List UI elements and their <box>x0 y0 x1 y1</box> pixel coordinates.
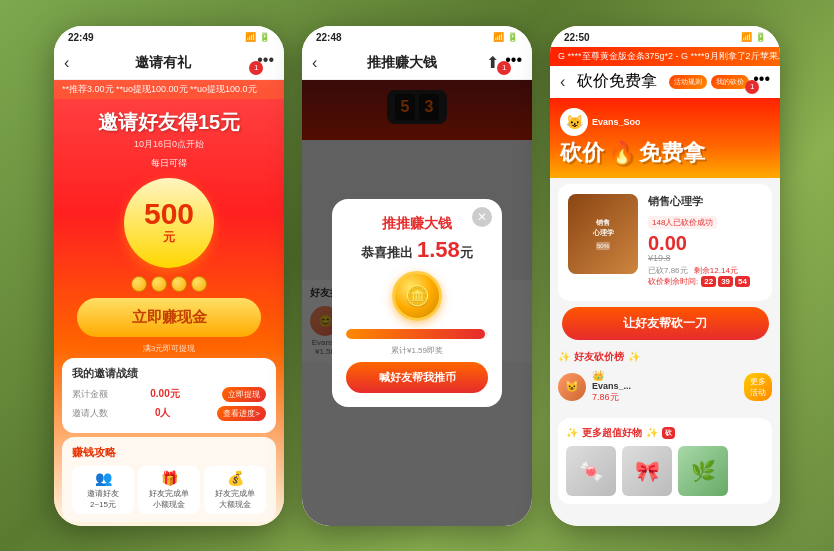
amount-number: 500 <box>144 199 194 229</box>
coins-decoration <box>54 276 284 292</box>
invite-subtitle: 10月16日0点开始 <box>64 138 274 151</box>
time-2: 22:48 <box>316 32 342 43</box>
my-price-button[interactable]: 我的砍价 <box>711 75 749 89</box>
time-3: 22:50 <box>564 32 590 43</box>
tip-icon-3: 💰 <box>206 470 264 486</box>
stats-value-2: 0人 <box>155 406 171 420</box>
tip-item-2: 🎁 好友完成单小额现金 <box>138 466 200 514</box>
chop-sub-title: 免费拿 <box>639 138 705 168</box>
modal-subtitle: 恭喜推出 1.58元 <box>346 237 488 263</box>
nav-bar-2: ‹ 推推赚大钱 ⬆ ••• 1 <box>302 47 532 80</box>
product-info: 销售心理学 148人已砍价成功 0.00 ¥19.8 已砍7.86元 剩余12.… <box>648 194 762 291</box>
daily-label: 每日可得 <box>54 157 284 170</box>
phone3-content: 😺 Evans_Soo 砍价 🔥 免费拿 销售 心理学 50% 销售心理学 14… <box>550 98 780 526</box>
chop-invite-button[interactable]: 让好友帮砍一刀 <box>562 307 769 340</box>
small-product-2[interactable]: 🎀 <box>622 446 672 496</box>
phone1-content: **推荐3.00元 **uo提现100.00元 **uo提现100.0元 邀请好… <box>54 80 284 526</box>
status-icons-3: 📶 🔋 <box>741 32 766 42</box>
withdraw-button[interactable]: 立即提现 <box>222 387 266 402</box>
tips-section: 赚钱攻略 👥 邀请好友2~15元 🎁 好友完成单小额现金 💰 好友完成单大额现金 <box>62 437 276 522</box>
lb-amount-1: 7.86元 <box>592 391 631 404</box>
marquee-bar-1: **推荐3.00元 **uo提现100.00元 **uo提现100.0元 <box>54 80 284 99</box>
fire-emoji: 🔥 <box>608 140 635 166</box>
lb-crown-1: 👑 <box>592 370 631 381</box>
status-bar-1: 22:49 📶 🔋 <box>54 26 284 47</box>
nav-right-1: ••• 1 <box>257 51 274 75</box>
nav-bar-1: ‹ 邀请有礼 ••• 1 <box>54 47 284 80</box>
more-items-title: ✨ 更多超值好物 ✨ 砍 <box>566 426 764 440</box>
back-button-2[interactable]: ‹ <box>312 54 317 72</box>
page-title-3: 砍价免费拿 <box>577 71 657 92</box>
phone2-content: 5 3 ✕ 推推赚大钱 恭喜推出 1.58元 🪙 累计¥1.59即奖 喊好友帮我… <box>302 80 532 526</box>
more-activity-button[interactable]: 更多活动 <box>744 373 772 401</box>
savings-info: 已砍7.86元 剩余12.14元 <box>648 265 762 276</box>
product-image: 销售 心理学 50% <box>568 194 638 274</box>
small-product-1[interactable]: 🍬 <box>566 446 616 496</box>
tip-icon-1: 👥 <box>74 470 132 486</box>
menu-dots-2[interactable]: ••• <box>505 51 522 68</box>
user-avatar-3: 😺 <box>560 108 588 136</box>
invite-title: 邀请好友得15元 <box>64 109 274 136</box>
remaining-label: 剩余12.14元 <box>694 266 738 275</box>
lb-item-1: 😺 👑 Evans_... 7.86元 更多活动 <box>558 370 772 404</box>
product-original-price: ¥19.8 <box>648 253 762 263</box>
tip-item-1: 👥 邀请好友2~15元 <box>72 466 134 514</box>
invite-push-button[interactable]: 喊好友帮我推币 <box>346 362 488 393</box>
back-button-1[interactable]: ‹ <box>64 54 69 72</box>
phone-push: 22:48 📶 🔋 ‹ 推推赚大钱 ⬆ ••• 1 5 3 <box>302 26 532 526</box>
modal-close-button[interactable]: ✕ <box>472 207 492 227</box>
invite-hero: 邀请好友得15元 10月16日0点开始 <box>54 99 284 157</box>
back-button-3[interactable]: ‹ <box>560 73 565 91</box>
status-icons-2: 📶 🔋 <box>493 32 518 42</box>
earn-button[interactable]: 立即赚现金 <box>77 298 261 337</box>
username-3: Evans_Soo <box>592 117 641 127</box>
leaderboard-title: ✨ 好友砍价榜 ✨ <box>558 350 772 364</box>
countdown-seconds: 54 <box>735 276 750 287</box>
lb-avatar-1: 😺 <box>558 373 586 401</box>
activity-rule-button[interactable]: 活动规则 <box>669 75 707 89</box>
product-card: 销售 心理学 50% 销售心理学 148人已砍价成功 0.00 ¥19.8 已砍… <box>558 184 772 301</box>
countdown-minutes: 39 <box>718 276 733 287</box>
coin-big-icon: 🪙 <box>392 271 442 321</box>
product-price: 0.00 <box>648 233 762 253</box>
leaderboard-section: ✨ 好友砍价榜 ✨ 😺 👑 Evans_... 7.86元 更多活动 <box>550 344 780 414</box>
more-items-section: ✨ 更多超值好物 ✨ 砍 🍬 🎀 🌿 <box>558 418 772 504</box>
phone-chop: 22:50 📶 🔋 G ****至尊黄金版金条375g*2 - G ****9月… <box>550 26 780 526</box>
amount-unit: 元 <box>163 229 175 246</box>
countdown-hours: 22 <box>701 276 716 287</box>
menu-dots-3[interactable]: ••• <box>753 70 770 87</box>
tip-icon-2: 🎁 <box>140 470 198 486</box>
stats-label-2: 邀请人数 <box>72 407 108 420</box>
modal-overlay: ✕ 推推赚大钱 恭喜推出 1.58元 🪙 累计¥1.59即奖 喊好友帮我推币 <box>302 80 532 526</box>
progress-button[interactable]: 查看进度> <box>217 406 266 421</box>
time-1: 22:49 <box>68 32 94 43</box>
small-product-3[interactable]: 🌿 <box>678 446 728 496</box>
tips-title: 赚钱攻略 <box>72 445 266 460</box>
stats-row-1: 累计金额 0.00元 立即提现 <box>72 387 266 402</box>
status-bar-2: 22:48 📶 🔋 <box>302 26 532 47</box>
phone-invite: 22:49 📶 🔋 ‹ 邀请有礼 ••• 1 **推荐3.00元 **uo提现1… <box>54 26 284 526</box>
nav-actions-3: 活动规则 我的砍价 ••• 1 <box>669 70 770 94</box>
stats-row-2: 邀请人数 0人 查看进度> <box>72 406 266 421</box>
progress-bar-wrapper <box>346 329 488 339</box>
progress-label: 累计¥1.59即奖 <box>346 345 488 356</box>
stats-title: 我的邀请战绩 <box>72 366 266 381</box>
nav-right-2: ⬆ ••• 1 <box>486 51 522 75</box>
nav-bar-3: ‹ 砍价免费拿 活动规则 我的砍价 ••• 1 <box>550 66 780 98</box>
cash-hint: 满3元即可提现 <box>54 343 284 354</box>
stats-value-1: 0.00元 <box>150 387 179 401</box>
stats-label-1: 累计金额 <box>72 388 108 401</box>
countdown-label: 砍价剩余时间: 22 39 54 <box>648 276 762 287</box>
countdown-timer: 22 39 54 <box>701 276 750 287</box>
top-bar-3: G ****至尊黄金版金条375g*2 - G ****9月刚拿了2斤苹果... <box>550 47 780 66</box>
status-icons-1: 📶 🔋 <box>245 32 270 42</box>
status-bar-3: 22:50 📶 🔋 <box>550 26 780 47</box>
product-sold-count: 148人已砍价成功 <box>648 216 717 229</box>
chop-title: 砍价 🔥 免费拿 <box>560 138 770 168</box>
lb-name-1: Evans_... <box>592 381 631 391</box>
chop-hero: 😺 Evans_Soo 砍价 🔥 免费拿 <box>550 98 780 178</box>
product-name: 销售心理学 <box>648 194 762 209</box>
page-title-1: 邀请有礼 <box>135 54 191 72</box>
menu-button-1[interactable]: ••• <box>257 51 274 68</box>
invite-stats-card: 我的邀请战绩 累计金额 0.00元 立即提现 邀请人数 0人 查看进度> <box>62 358 276 433</box>
